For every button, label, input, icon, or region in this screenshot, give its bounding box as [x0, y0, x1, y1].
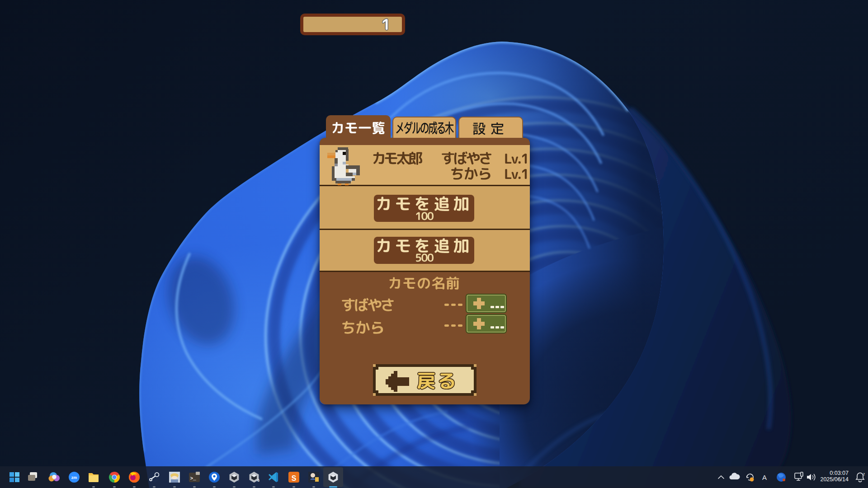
svg-text:6: 6: [257, 478, 259, 483]
svg-text:2025/06/14: 2025/06/14: [820, 476, 849, 483]
svg-text:z: z: [863, 472, 865, 476]
svg-text:S: S: [292, 474, 297, 482]
svg-text:A: A: [762, 474, 767, 481]
svg-text:0:03:07: 0:03:07: [830, 470, 849, 476]
svg-text:>_: >_: [190, 476, 197, 481]
svg-text:zm: zm: [71, 475, 77, 480]
